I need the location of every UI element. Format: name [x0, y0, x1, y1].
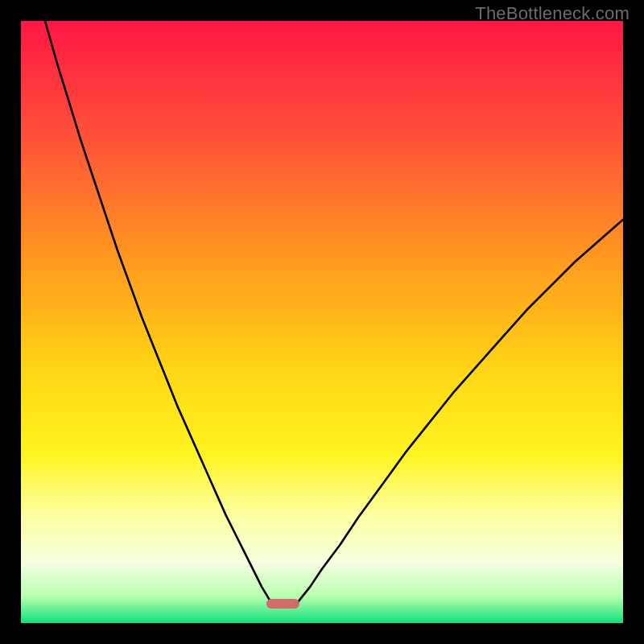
chart-svg [21, 21, 623, 623]
annotation-group [266, 599, 299, 609]
plot-area [21, 21, 623, 623]
chart-frame: TheBottleneck.com [0, 0, 644, 644]
gradient-background [21, 21, 623, 623]
watermark-text: TheBottleneck.com [475, 3, 630, 24]
annotation-min-marker [266, 599, 299, 609]
